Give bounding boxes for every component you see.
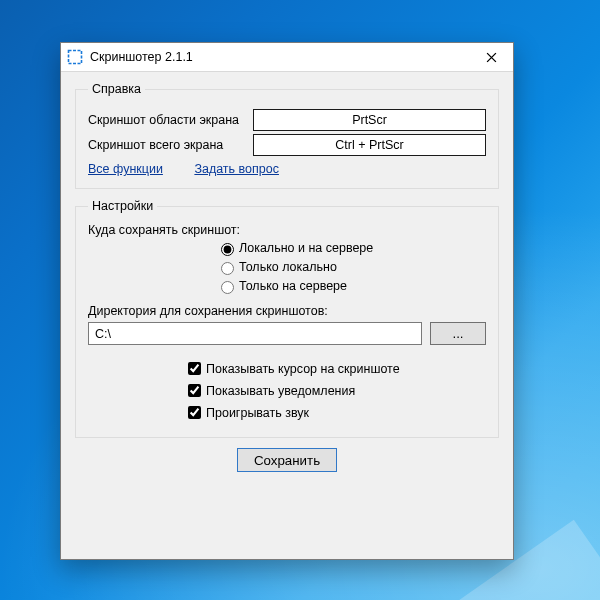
help-group: Справка Скриншот области экрана PrtScr С… — [75, 82, 499, 189]
link-ask-question[interactable]: Задать вопрос — [194, 162, 279, 176]
check-play-sound-label: Проигрывать звук — [206, 406, 309, 420]
link-all-functions[interactable]: Все функции — [88, 162, 163, 176]
radio-server-only[interactable]: Только на сервере — [216, 278, 486, 294]
full-shortcut-value: Ctrl + PrtScr — [335, 138, 403, 152]
radio-local-and-server[interactable]: Локально и на сервере — [216, 240, 486, 256]
svg-rect-0 — [69, 51, 82, 64]
radio-local-and-server-label: Локально и на сервере — [239, 241, 373, 255]
check-play-sound[interactable]: Проигрывать звук — [184, 403, 486, 422]
settings-group: Настройки Куда сохранять скриншот: Локал… — [75, 199, 499, 438]
dir-label: Директория для сохранения скриншотов: — [88, 304, 486, 318]
check-show-notifications-label: Показывать уведомления — [206, 384, 355, 398]
check-show-cursor-label: Показывать курсор на скриншоте — [206, 362, 400, 376]
save-where-label: Куда сохранять скриншот: — [88, 223, 486, 237]
save-button[interactable]: Сохранить — [237, 448, 337, 472]
check-show-notifications[interactable]: Показывать уведомления — [184, 381, 486, 400]
area-shortcut-value: PrtScr — [352, 113, 387, 127]
settings-legend: Настройки — [88, 199, 157, 213]
window-title: Скриншотер 2.1.1 — [90, 50, 193, 64]
area-shortcut-input[interactable]: PrtScr — [253, 109, 486, 131]
dir-input[interactable] — [88, 322, 422, 345]
radio-local-only-input[interactable] — [221, 262, 234, 275]
full-shortcut-input[interactable]: Ctrl + PrtScr — [253, 134, 486, 156]
check-show-cursor[interactable]: Показывать курсор на скриншоте — [184, 359, 486, 378]
radio-server-only-input[interactable] — [221, 281, 234, 294]
full-shortcut-label: Скриншот всего экрана — [88, 138, 253, 152]
help-legend: Справка — [88, 82, 145, 96]
radio-local-only-label: Только локально — [239, 260, 337, 274]
browse-button[interactable]: ... — [430, 322, 486, 345]
check-play-sound-input[interactable] — [188, 406, 201, 419]
radio-local-only[interactable]: Только локально — [216, 259, 486, 275]
radio-local-and-server-input[interactable] — [221, 243, 234, 256]
titlebar[interactable]: Скриншотер 2.1.1 — [61, 43, 513, 72]
close-button[interactable] — [469, 43, 513, 71]
window-body: Справка Скриншот области экрана PrtScr С… — [61, 72, 513, 559]
area-shortcut-label: Скриншот области экрана — [88, 113, 253, 127]
app-icon — [67, 49, 83, 65]
radio-server-only-label: Только на сервере — [239, 279, 347, 293]
app-window: Скриншотер 2.1.1 Справка Скриншот област… — [60, 42, 514, 560]
check-show-cursor-input[interactable] — [188, 362, 201, 375]
check-show-notifications-input[interactable] — [188, 384, 201, 397]
